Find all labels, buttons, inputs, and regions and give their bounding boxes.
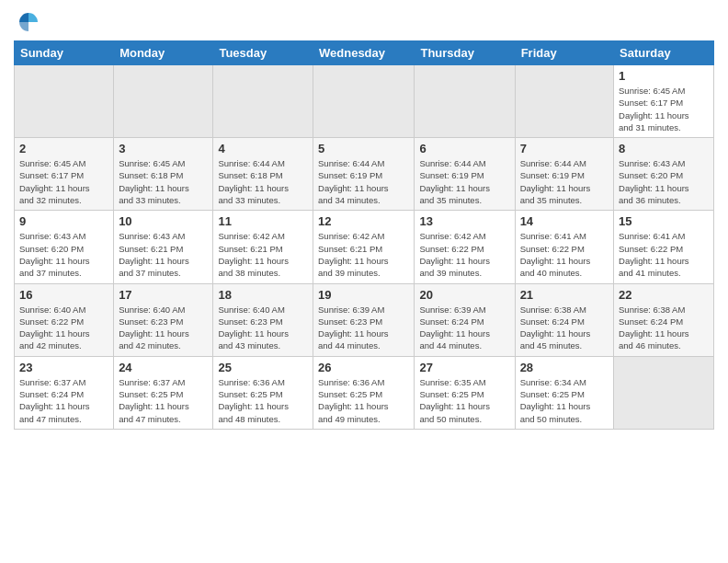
day-info: Sunrise: 6:38 AM Sunset: 6:24 PM Dayligh… xyxy=(520,304,609,352)
day-number: 5 xyxy=(318,142,409,155)
day-info: Sunrise: 6:45 AM Sunset: 6:17 PM Dayligh… xyxy=(19,157,108,206)
calendar-cell: 22Sunrise: 6:38 AM Sunset: 6:24 PM Dayli… xyxy=(614,283,714,356)
day-number: 19 xyxy=(318,288,409,302)
day-info: Sunrise: 6:37 AM Sunset: 6:25 PM Dayligh… xyxy=(119,376,208,425)
calendar-cell: 7Sunrise: 6:44 AM Sunset: 6:19 PM Daylig… xyxy=(515,138,613,211)
day-number: 1 xyxy=(619,69,709,83)
calendar-cell: 9Sunrise: 6:43 AM Sunset: 6:20 PM Daylig… xyxy=(15,211,114,283)
day-info: Sunrise: 6:43 AM Sunset: 6:20 PM Dayligh… xyxy=(619,157,709,206)
day-info: Sunrise: 6:37 AM Sunset: 6:24 PM Dayligh… xyxy=(19,376,108,425)
calendar-header-thursday: Thursday xyxy=(415,41,515,65)
calendar-cell xyxy=(515,65,613,138)
day-number: 25 xyxy=(218,361,308,374)
calendar-cell: 8Sunrise: 6:43 AM Sunset: 6:20 PM Daylig… xyxy=(614,138,714,211)
day-number: 15 xyxy=(619,214,709,228)
calendar-cell: 25Sunrise: 6:36 AM Sunset: 6:25 PM Dayli… xyxy=(213,356,313,429)
calendar-cell: 2Sunrise: 6:45 AM Sunset: 6:17 PM Daylig… xyxy=(15,138,114,211)
day-number: 12 xyxy=(318,214,409,228)
calendar-header-sunday: Sunday xyxy=(15,41,114,65)
logo xyxy=(14,9,41,35)
calendar-cell: 1Sunrise: 6:45 AM Sunset: 6:17 PM Daylig… xyxy=(614,65,714,138)
calendar-cell: 10Sunrise: 6:43 AM Sunset: 6:21 PM Dayli… xyxy=(114,211,213,283)
calendar-header-tuesday: Tuesday xyxy=(213,41,313,65)
calendar-cell: 19Sunrise: 6:39 AM Sunset: 6:23 PM Dayli… xyxy=(313,283,415,356)
day-number: 27 xyxy=(419,361,509,374)
day-info: Sunrise: 6:40 AM Sunset: 6:23 PM Dayligh… xyxy=(218,304,308,352)
day-number: 2 xyxy=(19,142,108,155)
day-number: 16 xyxy=(19,288,108,302)
header xyxy=(14,9,714,35)
calendar-header-monday: Monday xyxy=(114,41,213,65)
day-info: Sunrise: 6:45 AM Sunset: 6:17 PM Dayligh… xyxy=(619,85,709,133)
day-number: 20 xyxy=(419,288,509,302)
calendar-cell xyxy=(114,65,213,138)
day-info: Sunrise: 6:35 AM Sunset: 6:25 PM Dayligh… xyxy=(419,376,509,425)
calendar-cell: 16Sunrise: 6:40 AM Sunset: 6:22 PM Dayli… xyxy=(15,283,114,356)
calendar-cell xyxy=(614,356,714,429)
calendar-cell: 26Sunrise: 6:36 AM Sunset: 6:25 PM Dayli… xyxy=(313,356,415,429)
day-number: 14 xyxy=(520,214,609,228)
day-info: Sunrise: 6:44 AM Sunset: 6:18 PM Dayligh… xyxy=(218,157,308,206)
calendar-header-row: SundayMondayTuesdayWednesdayThursdayFrid… xyxy=(15,41,714,65)
day-info: Sunrise: 6:41 AM Sunset: 6:22 PM Dayligh… xyxy=(520,230,609,279)
calendar-cell: 18Sunrise: 6:40 AM Sunset: 6:23 PM Dayli… xyxy=(213,283,313,356)
calendar-cell xyxy=(15,65,114,138)
day-info: Sunrise: 6:42 AM Sunset: 6:22 PM Dayligh… xyxy=(419,230,509,279)
calendar-cell: 3Sunrise: 6:45 AM Sunset: 6:18 PM Daylig… xyxy=(114,138,213,211)
day-info: Sunrise: 6:45 AM Sunset: 6:18 PM Dayligh… xyxy=(119,157,208,206)
day-info: Sunrise: 6:39 AM Sunset: 6:24 PM Dayligh… xyxy=(419,304,509,352)
calendar-week-1: 1Sunrise: 6:45 AM Sunset: 6:17 PM Daylig… xyxy=(15,65,714,138)
day-info: Sunrise: 6:34 AM Sunset: 6:25 PM Dayligh… xyxy=(520,376,609,425)
calendar-week-5: 23Sunrise: 6:37 AM Sunset: 6:24 PM Dayli… xyxy=(15,356,714,429)
calendar-cell: 15Sunrise: 6:41 AM Sunset: 6:22 PM Dayli… xyxy=(614,211,714,283)
day-info: Sunrise: 6:41 AM Sunset: 6:22 PM Dayligh… xyxy=(619,230,709,279)
day-info: Sunrise: 6:40 AM Sunset: 6:22 PM Dayligh… xyxy=(19,304,108,352)
day-number: 10 xyxy=(119,214,208,228)
day-info: Sunrise: 6:42 AM Sunset: 6:21 PM Dayligh… xyxy=(218,230,308,279)
calendar-week-4: 16Sunrise: 6:40 AM Sunset: 6:22 PM Dayli… xyxy=(15,283,714,356)
calendar-cell xyxy=(313,65,415,138)
day-number: 17 xyxy=(119,288,208,302)
calendar-cell: 17Sunrise: 6:40 AM Sunset: 6:23 PM Dayli… xyxy=(114,283,213,356)
calendar-cell: 23Sunrise: 6:37 AM Sunset: 6:24 PM Dayli… xyxy=(15,356,114,429)
day-info: Sunrise: 6:44 AM Sunset: 6:19 PM Dayligh… xyxy=(318,157,409,206)
calendar-cell xyxy=(415,65,515,138)
calendar-week-3: 9Sunrise: 6:43 AM Sunset: 6:20 PM Daylig… xyxy=(15,211,714,283)
day-number: 9 xyxy=(19,214,108,228)
day-info: Sunrise: 6:44 AM Sunset: 6:19 PM Dayligh… xyxy=(520,157,609,206)
day-number: 26 xyxy=(318,361,409,374)
day-info: Sunrise: 6:44 AM Sunset: 6:19 PM Dayligh… xyxy=(419,157,509,206)
day-info: Sunrise: 6:43 AM Sunset: 6:21 PM Dayligh… xyxy=(119,230,208,279)
day-number: 11 xyxy=(218,214,308,228)
calendar-table: SundayMondayTuesdayWednesdayThursdayFrid… xyxy=(14,40,714,430)
day-info: Sunrise: 6:43 AM Sunset: 6:20 PM Dayligh… xyxy=(19,230,108,279)
day-info: Sunrise: 6:39 AM Sunset: 6:23 PM Dayligh… xyxy=(318,304,409,352)
page: SundayMondayTuesdayWednesdayThursdayFrid… xyxy=(0,0,728,563)
day-number: 23 xyxy=(19,361,108,374)
calendar-cell: 12Sunrise: 6:42 AM Sunset: 6:21 PM Dayli… xyxy=(313,211,415,283)
calendar-header-wednesday: Wednesday xyxy=(313,41,415,65)
day-number: 6 xyxy=(419,142,509,155)
calendar-cell: 13Sunrise: 6:42 AM Sunset: 6:22 PM Dayli… xyxy=(415,211,515,283)
calendar-cell: 27Sunrise: 6:35 AM Sunset: 6:25 PM Dayli… xyxy=(415,356,515,429)
calendar-cell: 5Sunrise: 6:44 AM Sunset: 6:19 PM Daylig… xyxy=(313,138,415,211)
day-info: Sunrise: 6:42 AM Sunset: 6:21 PM Dayligh… xyxy=(318,230,409,279)
calendar-cell: 4Sunrise: 6:44 AM Sunset: 6:18 PM Daylig… xyxy=(213,138,313,211)
day-info: Sunrise: 6:36 AM Sunset: 6:25 PM Dayligh… xyxy=(318,376,409,425)
calendar-cell xyxy=(213,65,313,138)
calendar-cell: 24Sunrise: 6:37 AM Sunset: 6:25 PM Dayli… xyxy=(114,356,213,429)
day-number: 18 xyxy=(218,288,308,302)
day-number: 22 xyxy=(619,288,709,302)
calendar-header-saturday: Saturday xyxy=(614,41,714,65)
calendar-cell: 28Sunrise: 6:34 AM Sunset: 6:25 PM Dayli… xyxy=(515,356,613,429)
day-number: 21 xyxy=(520,288,609,302)
logo-icon xyxy=(16,9,41,35)
day-number: 7 xyxy=(520,142,609,155)
day-info: Sunrise: 6:40 AM Sunset: 6:23 PM Dayligh… xyxy=(119,304,208,352)
day-number: 28 xyxy=(520,361,609,374)
day-number: 4 xyxy=(218,142,308,155)
calendar-cell: 20Sunrise: 6:39 AM Sunset: 6:24 PM Dayli… xyxy=(415,283,515,356)
day-number: 3 xyxy=(119,142,208,155)
day-info: Sunrise: 6:36 AM Sunset: 6:25 PM Dayligh… xyxy=(218,376,308,425)
calendar-cell: 21Sunrise: 6:38 AM Sunset: 6:24 PM Dayli… xyxy=(515,283,613,356)
